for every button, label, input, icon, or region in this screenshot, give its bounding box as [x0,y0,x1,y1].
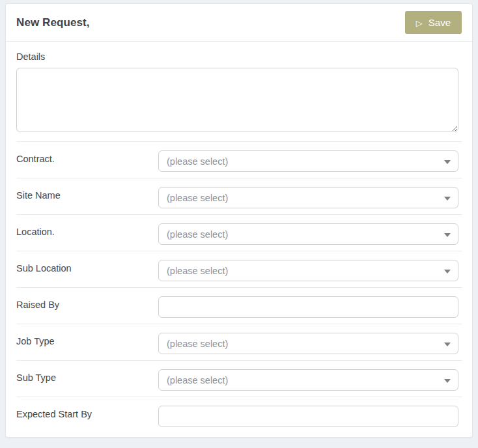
form-rows: Contract. (please select) Site Name (ple… [16,141,462,433]
field-label-site-name: Site Name [16,187,158,208]
field-control: (please select) [158,333,462,354]
select-job-type[interactable]: (please select) [158,333,458,354]
details-label: Details [16,51,462,63]
new-request-card: New Request, ▷ Save Details Contract. (p… [5,3,473,438]
form-row: Sub Location (please select) [16,251,462,287]
form-row: Raised By [16,287,462,324]
field-label-raised-by: Raised By [16,296,158,318]
chevron-down-icon [444,233,451,237]
field-control [158,296,462,318]
page-title: New Request, [16,11,90,34]
select-sub-location[interactable]: (please select) [158,260,458,281]
select-value: (please select) [167,229,228,240]
select-sub-type[interactable]: (please select) [158,369,458,391]
field-label-job-type: Job Type [16,333,158,354]
form-row: Site Name (please select) [16,178,462,214]
select-location[interactable]: (please select) [158,223,458,245]
chevron-down-icon [444,270,451,273]
chevron-down-icon [444,197,451,201]
form-row: Job Type (please select) [16,324,462,360]
field-control [158,406,462,427]
chevron-down-icon [444,379,451,383]
input-expected-start-by[interactable] [158,406,458,427]
form-row: Expected Start By [16,397,462,433]
select-value: (please select) [167,193,228,203]
chevron-down-icon [444,343,451,346]
field-control: (please select) [158,369,462,391]
form-row: Location. (please select) [16,214,462,251]
field-control: (please select) [158,187,462,208]
field-label-sub-type: Sub Type [16,369,158,391]
card-body: Details Contract. (please select) Site N… [6,42,472,433]
details-textarea[interactable] [16,68,458,132]
select-value: (please select) [167,375,228,385]
field-label-location: Location. [16,223,158,245]
save-button[interactable]: ▷ Save [405,11,462,34]
input-raised-by[interactable] [158,296,458,318]
field-label-contract: Contract. [16,150,158,172]
save-button-label: Save [429,17,451,28]
form-row: Sub Type (please select) [16,360,462,397]
select-contract[interactable]: (please select) [158,150,458,172]
play-icon: ▷ [416,19,423,27]
details-section: Details [16,42,462,141]
field-control: (please select) [158,260,462,281]
field-control: (please select) [158,223,462,245]
card-header: New Request, ▷ Save [6,4,472,42]
select-site-name[interactable]: (please select) [158,187,458,208]
select-value: (please select) [167,339,228,349]
field-control: (please select) [158,150,462,172]
select-value: (please select) [167,266,228,276]
form-row: Contract. (please select) [16,141,462,178]
field-label-sub-location: Sub Location [16,260,158,281]
field-label-expected-start-by: Expected Start By [16,406,158,427]
select-value: (please select) [167,156,228,167]
chevron-down-icon [444,160,451,164]
